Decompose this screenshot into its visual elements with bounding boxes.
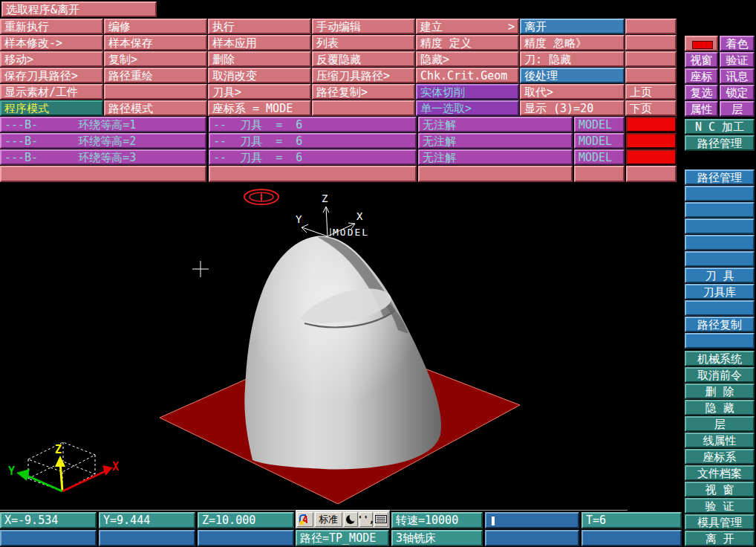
ime-logo-icon[interactable]: A	[297, 512, 313, 527]
menu-item-4-2[interactable]: 路径重绘	[104, 68, 207, 83]
sidebar-color-swatch-button[interactable]	[685, 36, 718, 51]
sidebar-teal-6[interactable]: 线属性	[685, 433, 755, 448]
menu-item-6-6[interactable]: 显示 (3)=20	[520, 100, 625, 116]
viewport-3d[interactable]: Z Y X MODEL Z Y X	[0, 184, 682, 511]
menu-item-6-2[interactable]: 路径模式	[104, 100, 207, 116]
menu-item-1-6[interactable]: 离开	[520, 19, 625, 34]
menu-item-4-5[interactable]: Chk.Crit.Geom	[416, 68, 519, 83]
sidebar-teal-2[interactable]: 取消前令	[685, 367, 755, 383]
toolpath-row-3-cell-4[interactable]: MODEL	[574, 149, 625, 165]
sidebar-top-left-3[interactable]: 座标	[685, 68, 718, 84]
sidebar-button-label: 视窗	[691, 54, 713, 67]
menu-item-3-6[interactable]: 刀: 隐藏	[520, 51, 625, 67]
toolpath-row-1-cell-4[interactable]: MODEL	[574, 117, 625, 132]
menu-item-label: 单一选取>	[420, 102, 472, 115]
sidebar-teal-5[interactable]: 层	[685, 416, 755, 432]
menu-item-6-3[interactable]: 座标系 = MODE	[208, 100, 311, 116]
viewport-canvas[interactable]: Z Y X MODEL Z Y X	[0, 184, 682, 511]
ime-toolbar[interactable]: A 标准 '',	[295, 509, 391, 529]
toolpath-row-1-status-red[interactable]	[626, 117, 677, 132]
menu-item-2-3[interactable]: 样本应用	[208, 35, 311, 51]
sidebar-top-right-2[interactable]: 验证	[720, 52, 755, 68]
menu-item-2-5[interactable]: 精度 定义	[416, 35, 519, 51]
menu-item-2-2[interactable]: 样本保存	[104, 35, 207, 51]
sidebar-teal-7[interactable]: 座标系	[685, 449, 755, 465]
sidebar-button-label: 路径复制	[697, 318, 742, 331]
toolpath-row-2-status-red[interactable]	[626, 133, 677, 149]
sidebar-top-right-4[interactable]: 锁定	[720, 85, 755, 100]
ime-keyboard-icon[interactable]	[374, 512, 388, 527]
empty-row-cell-5	[626, 166, 677, 182]
sidebar-blue-10[interactable]: 路径复制	[685, 317, 755, 332]
menu-item-1-4[interactable]: 手动编辑	[312, 19, 415, 34]
menu-item-label: 反覆隐藏	[316, 53, 361, 66]
menu-item-4-1[interactable]: 保存刀具路径>	[0, 68, 103, 83]
menu-item-label: 手动编辑	[316, 20, 361, 33]
sidebar-wide-2[interactable]: 路径管理	[685, 135, 755, 151]
toolpath-row-3-cell-1[interactable]: ---B- 环绕等高=3	[0, 149, 206, 165]
axis-label-z: Z	[322, 192, 328, 204]
menu-item-3-3[interactable]: 删除	[208, 51, 311, 67]
menu-item-1-5[interactable]: 建立>	[416, 19, 519, 34]
menu-item-2-4[interactable]: 列表	[312, 35, 415, 51]
empty-row-cell-4	[574, 166, 625, 182]
menu-item-3-1[interactable]: 移动>	[0, 51, 103, 67]
sidebar-teal-10[interactable]: 验 证	[685, 498, 755, 514]
toolpath-row-2-cell-1[interactable]: ---B- 环绕等高=2	[0, 133, 206, 149]
menu-item-2-6[interactable]: 精度 忽略》	[520, 35, 625, 51]
toolpath-cell-label: 无注解	[423, 118, 456, 132]
sidebar-teal-1[interactable]: 机械系统	[685, 351, 755, 366]
sidebar-top-left-4[interactable]: 复选	[685, 85, 718, 100]
sidebar-blue-8[interactable]: 刀具库	[685, 284, 755, 300]
menu-item-1-3[interactable]: 执行	[208, 19, 311, 34]
toolpath-row-3-status-red[interactable]	[626, 149, 677, 165]
menu-item-3-5[interactable]: 隐藏>	[416, 51, 519, 67]
sidebar-teal-4[interactable]: 隐 藏	[685, 400, 755, 415]
sidebar-teal-9[interactable]: 视 窗	[685, 482, 755, 497]
toolpath-row-2-cell-3[interactable]: 无注解	[418, 133, 573, 149]
menu-item-2-1[interactable]: 样本修改->	[0, 35, 103, 51]
sidebar-blue-7[interactable]: 刀 具	[685, 268, 755, 283]
sidebar-teal-3[interactable]: 删 除	[685, 383, 755, 399]
sidebar-top-left-5[interactable]: 属性	[685, 101, 718, 117]
menu-item-6-5[interactable]: 单一选取>	[416, 100, 519, 116]
sidebar-teal-11[interactable]: 模具管理	[685, 514, 755, 530]
ime-punctuation-button[interactable]: '',	[359, 512, 373, 527]
toolpath-row-2-cell-4[interactable]: MODEL	[574, 133, 625, 149]
sidebar-top-right-1[interactable]: 着色	[720, 36, 755, 51]
menu-item-5-3[interactable]: 刀具>	[208, 84, 311, 100]
menu-item-1-1[interactable]: 重新执行	[0, 19, 103, 34]
sidebar-top-right-5[interactable]: 层	[720, 101, 755, 117]
menu-item-4-6[interactable]: 後处理	[520, 68, 625, 83]
sidebar-teal-8[interactable]: 文件档案	[685, 465, 755, 481]
status-cell-r2-1	[0, 530, 97, 546]
sidebar-button-label: 路径管理	[697, 171, 742, 184]
toolpath-row-3-cell-3[interactable]: 无注解	[418, 149, 573, 165]
menu-item-5-6[interactable]: 取代>	[520, 84, 625, 100]
menu-item-3-4[interactable]: 反覆隐藏	[312, 51, 415, 67]
menu-item-6-7[interactable]: 下页	[625, 100, 677, 116]
sidebar-teal-12[interactable]: 离 开	[685, 531, 755, 546]
sidebar-button-label: 线属性	[703, 434, 737, 447]
toolpath-row-3-cell-2[interactable]: -- 刀具 = 6	[209, 149, 417, 165]
sidebar-blue-1[interactable]: 路径管理	[685, 169, 755, 185]
ime-mode-button[interactable]: 标准	[315, 512, 342, 527]
menu-item-4-3[interactable]: 取消改变	[208, 68, 311, 83]
ime-fullwidth-moon-icon[interactable]	[344, 512, 358, 527]
sidebar-wide-1[interactable]: N C 加工	[685, 119, 755, 135]
toolpath-row-2-cell-2[interactable]: -- 刀具 = 6	[209, 133, 417, 149]
toolpath-row-1-cell-3[interactable]: 无注解	[418, 117, 573, 132]
menu-item-6-1[interactable]: 程序模式	[0, 100, 103, 116]
menu-item-5-1[interactable]: 显示素材/工件	[0, 84, 103, 100]
sidebar-top-right-3[interactable]: 讯息	[720, 68, 755, 84]
menu-item-3-2[interactable]: 复制>	[104, 51, 207, 67]
menu-item-4-4[interactable]: 压缩刀具路径>	[312, 68, 415, 83]
menu-item-5-7[interactable]: 上页	[625, 84, 677, 100]
menu-item-label: 样本保存	[108, 36, 153, 50]
sidebar-top-left-2[interactable]: 视窗	[685, 52, 718, 68]
toolpath-row-1-cell-2[interactable]: -- 刀具 = 6	[209, 117, 417, 132]
menu-item-1-2[interactable]: 编修	[104, 19, 207, 34]
menu-item-5-5[interactable]: 实体切削	[416, 84, 519, 100]
toolpath-row-1-cell-1[interactable]: ---B- 环绕等高=1	[0, 117, 206, 132]
menu-item-5-4[interactable]: 路径复制>	[312, 84, 415, 100]
